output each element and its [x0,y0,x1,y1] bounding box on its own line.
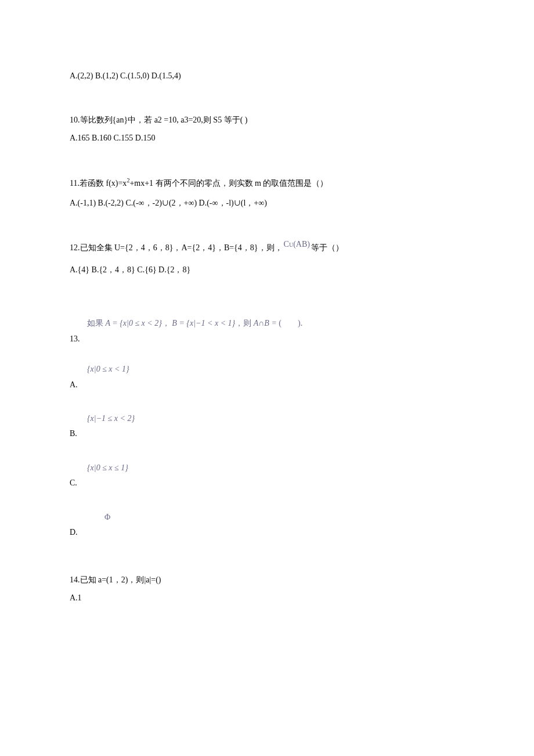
q13-option-d: Φ D. [70,511,464,539]
q13-optD-math-inner: Φ [104,513,110,521]
q13-option-a: {x|0 ≤ x < 1} A. [70,363,464,391]
q12-stem: 12.已知全集 U={2，4，6，8}，A={2，4}，B={4，8}，则， C… [70,242,344,254]
q13-cn2: 则 [243,319,254,327]
q13-optB-math-inner: {x|−1 ≤ x < 2} [87,414,135,423]
q13-optA-label: A. [70,379,464,391]
q13-optC-label: C. [70,477,464,489]
q13-stem-row: 如果 A = {x|0 ≤ x < 2}， B = {x|−1 < x < 1}… [70,317,464,330]
q13-optA-math-inner: {x|0 ≤ x < 1} [87,365,129,373]
q13-sep2: ， [235,319,243,327]
q11-stem-prefix: 11.若函数 f(x)=x [70,179,127,188]
q12-stem-prefix: 12.已知全集 U={2，4，6，8}，A={2，4}，B={4，8}，则， [70,242,283,254]
q13-option-b: {x|−1 ≤ x < 2} B. [70,412,464,441]
question-10: 10.等比数列{an}中，若 a2 =10, a3=20,则 S5 等于( ) … [70,114,464,145]
q13-optC-math: {x|0 ≤ x ≤ 1} [70,462,464,474]
question-9-options: A.(2,2) B.(1,2) C.(1.5,0) D.(1.5,4) [70,70,464,82]
q12-stem-suffix: 等于（） [311,242,344,254]
q11-options: A.(-1,1) B.(-2,2) C.(-∞，-2)∪(2，+∞) D.(-∞… [70,197,464,210]
q14-stem: 14.已知 a=(1，2)，则|a|=() [70,574,464,586]
question-13: 如果 A = {x|0 ≤ x < 2}， B = {x|−1 < x < 1}… [70,317,464,539]
q13-stem-math: 如果 A = {x|0 ≤ x < 2}， B = {x|−1 < x < 1}… [70,317,464,330]
q13-cn1: 如果 [87,319,106,327]
question-11: 11.若函数 f(x)=x2+mx+1 有两个不同的零点，则实数 m 的取值范围… [70,176,464,210]
q13-optB-label: B. [70,427,464,440]
question-12: 12.已知全集 U={2，4，6，8}，A={2，4}，B={4，8}，则， C… [70,242,464,277]
q10-stem: 10.等比数列{an}中，若 a2 =10, a3=20,则 S5 等于( ) [70,114,464,127]
q13-m3: A∩B = [254,319,277,327]
q12-options: A.{4} B.{2，4，8} C.{6} D.{2，8} [70,264,464,276]
q13-sep1: ， [162,319,172,327]
q11-stem-suffix: +mx+1 有两个不同的零点，则实数 m 的取值范围是（） [129,179,328,188]
q13-number: 13. [70,333,464,345]
q14-optA: A.1 [70,592,464,604]
q9-options-text: A.(2,2) B.(1,2) C.(1.5,0) D.(1.5,4) [70,70,464,82]
q13-optB-math: {x|−1 ≤ x < 2} [70,412,464,425]
q13-m2: B = {x|−1 < x < 1} [172,319,235,327]
q13-optA-math: {x|0 ≤ x < 1} [70,363,464,376]
q13-optD-math: Φ [70,511,464,524]
q13-tail: ( ). [277,319,302,327]
q13-optD-label: D. [70,526,464,539]
q10-options: A.165 B.160 C.155 D.150 [70,132,464,145]
q11-stem: 11.若函数 f(x)=x2+mx+1 有两个不同的零点，则实数 m 的取值范围… [70,176,464,190]
q13-m1: A = {x|0 ≤ x < 2} [106,319,162,327]
q13-optC-math-inner: {x|0 ≤ x ≤ 1} [87,463,128,472]
question-14: 14.已知 a=(1，2)，则|a|=() A.1 [70,574,464,604]
q12-complement-expr: CU(AB) [283,238,311,251]
q13-option-c: {x|0 ≤ x ≤ 1} C. [70,462,464,490]
